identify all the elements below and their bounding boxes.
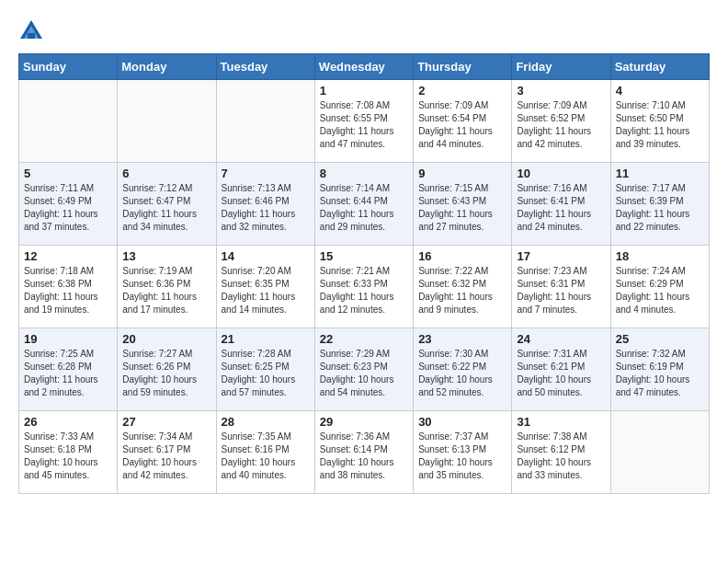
day-info: Sunrise: 7:28 AM Sunset: 6:25 PM Dayligh… <box>222 348 310 399</box>
day-number: 2 <box>418 84 506 98</box>
day-cell: 14Sunrise: 7:20 AM Sunset: 6:35 PM Dayli… <box>216 246 314 328</box>
week-row-1: 1Sunrise: 7:08 AM Sunset: 6:55 PM Daylig… <box>19 80 710 163</box>
day-info: Sunrise: 7:19 AM Sunset: 6:36 PM Dayligh… <box>122 265 210 316</box>
day-number: 3 <box>517 84 605 98</box>
day-info: Sunrise: 7:11 AM Sunset: 6:49 PM Dayligh… <box>24 182 112 234</box>
day-info: Sunrise: 7:14 AM Sunset: 6:44 PM Dayligh… <box>320 182 408 234</box>
day-info: Sunrise: 7:17 AM Sunset: 6:39 PM Dayligh… <box>616 182 704 234</box>
svg-rect-2 <box>28 33 35 39</box>
day-info: Sunrise: 7:37 AM Sunset: 6:13 PM Dayligh… <box>418 431 506 482</box>
day-cell: 30Sunrise: 7:37 AM Sunset: 6:13 PM Dayli… <box>414 411 512 494</box>
day-info: Sunrise: 7:20 AM Sunset: 6:35 PM Dayligh… <box>222 265 310 316</box>
day-info: Sunrise: 7:35 AM Sunset: 6:16 PM Dayligh… <box>222 431 310 482</box>
week-row-4: 19Sunrise: 7:25 AM Sunset: 6:28 PM Dayli… <box>19 328 710 411</box>
day-cell: 12Sunrise: 7:18 AM Sunset: 6:38 PM Dayli… <box>19 246 118 328</box>
day-info: Sunrise: 7:32 AM Sunset: 6:19 PM Dayligh… <box>616 348 704 399</box>
day-info: Sunrise: 7:18 AM Sunset: 6:38 PM Dayligh… <box>24 265 112 316</box>
day-header-wednesday: Wednesday <box>314 54 413 80</box>
day-cell: 8Sunrise: 7:14 AM Sunset: 6:44 PM Daylig… <box>314 163 413 246</box>
day-cell: 9Sunrise: 7:15 AM Sunset: 6:43 PM Daylig… <box>414 163 512 246</box>
days-header-row: SundayMondayTuesdayWednesdayThursdayFrid… <box>19 54 710 80</box>
day-info: Sunrise: 7:12 AM Sunset: 6:47 PM Dayligh… <box>122 182 210 234</box>
day-number: 22 <box>320 332 408 346</box>
day-number: 10 <box>517 167 605 180</box>
day-info: Sunrise: 7:09 AM Sunset: 6:54 PM Dayligh… <box>418 99 506 151</box>
day-info: Sunrise: 7:30 AM Sunset: 6:22 PM Dayligh… <box>418 348 506 399</box>
day-number: 24 <box>517 332 605 346</box>
day-cell: 16Sunrise: 7:22 AM Sunset: 6:32 PM Dayli… <box>414 246 512 328</box>
day-header-monday: Monday <box>118 54 216 80</box>
day-cell: 23Sunrise: 7:30 AM Sunset: 6:22 PM Dayli… <box>414 328 512 411</box>
day-info: Sunrise: 7:08 AM Sunset: 6:55 PM Dayligh… <box>320 99 408 151</box>
day-number: 1 <box>320 84 408 98</box>
day-number: 11 <box>616 167 704 180</box>
day-number: 19 <box>24 332 112 346</box>
day-number: 14 <box>222 249 310 263</box>
day-cell: 13Sunrise: 7:19 AM Sunset: 6:36 PM Dayli… <box>118 246 216 328</box>
day-info: Sunrise: 7:36 AM Sunset: 6:14 PM Dayligh… <box>320 431 408 482</box>
day-cell <box>610 411 709 494</box>
day-cell: 10Sunrise: 7:16 AM Sunset: 6:41 PM Dayli… <box>512 163 610 246</box>
day-info: Sunrise: 7:16 AM Sunset: 6:41 PM Dayligh… <box>517 182 605 234</box>
day-number: 13 <box>122 249 210 263</box>
logo <box>18 18 48 44</box>
day-number: 30 <box>418 415 506 429</box>
day-number: 31 <box>517 415 605 429</box>
week-row-3: 12Sunrise: 7:18 AM Sunset: 6:38 PM Dayli… <box>19 246 710 328</box>
day-info: Sunrise: 7:25 AM Sunset: 6:28 PM Dayligh… <box>24 348 112 399</box>
day-header-sunday: Sunday <box>19 54 118 80</box>
day-cell: 19Sunrise: 7:25 AM Sunset: 6:28 PM Dayli… <box>19 328 118 411</box>
day-cell: 24Sunrise: 7:31 AM Sunset: 6:21 PM Dayli… <box>512 328 610 411</box>
day-header-friday: Friday <box>512 54 610 80</box>
day-info: Sunrise: 7:29 AM Sunset: 6:23 PM Dayligh… <box>320 348 408 399</box>
day-number: 9 <box>418 167 506 180</box>
day-number: 20 <box>122 332 210 346</box>
day-number: 23 <box>418 332 506 346</box>
day-number: 28 <box>222 415 310 429</box>
day-header-thursday: Thursday <box>414 54 512 80</box>
day-cell: 21Sunrise: 7:28 AM Sunset: 6:25 PM Dayli… <box>216 328 314 411</box>
day-cell: 29Sunrise: 7:36 AM Sunset: 6:14 PM Dayli… <box>314 411 413 494</box>
day-cell: 2Sunrise: 7:09 AM Sunset: 6:54 PM Daylig… <box>414 80 512 163</box>
day-cell: 28Sunrise: 7:35 AM Sunset: 6:16 PM Dayli… <box>216 411 314 494</box>
day-cell: 11Sunrise: 7:17 AM Sunset: 6:39 PM Dayli… <box>610 163 709 246</box>
week-row-2: 5Sunrise: 7:11 AM Sunset: 6:49 PM Daylig… <box>19 163 710 246</box>
day-cell: 4Sunrise: 7:10 AM Sunset: 6:50 PM Daylig… <box>610 80 709 163</box>
page-header <box>18 18 710 44</box>
calendar-table: SundayMondayTuesdayWednesdayThursdayFrid… <box>18 53 710 494</box>
day-number: 21 <box>222 332 310 346</box>
day-number: 17 <box>517 249 605 263</box>
day-info: Sunrise: 7:10 AM Sunset: 6:50 PM Dayligh… <box>616 99 704 151</box>
day-number: 7 <box>222 167 310 180</box>
day-number: 6 <box>122 167 210 180</box>
week-row-5: 26Sunrise: 7:33 AM Sunset: 6:18 PM Dayli… <box>19 411 710 494</box>
day-cell: 26Sunrise: 7:33 AM Sunset: 6:18 PM Dayli… <box>19 411 118 494</box>
day-number: 15 <box>320 249 408 263</box>
day-cell: 1Sunrise: 7:08 AM Sunset: 6:55 PM Daylig… <box>314 80 413 163</box>
day-cell <box>19 80 118 163</box>
day-info: Sunrise: 7:23 AM Sunset: 6:31 PM Dayligh… <box>517 265 605 316</box>
day-number: 5 <box>24 167 112 180</box>
day-cell: 20Sunrise: 7:27 AM Sunset: 6:26 PM Dayli… <box>118 328 216 411</box>
day-info: Sunrise: 7:15 AM Sunset: 6:43 PM Dayligh… <box>418 182 506 234</box>
day-number: 27 <box>122 415 210 429</box>
day-cell <box>118 80 216 163</box>
day-number: 8 <box>320 167 408 180</box>
day-cell: 6Sunrise: 7:12 AM Sunset: 6:47 PM Daylig… <box>118 163 216 246</box>
day-cell: 15Sunrise: 7:21 AM Sunset: 6:33 PM Dayli… <box>314 246 413 328</box>
day-header-tuesday: Tuesday <box>216 54 314 80</box>
day-number: 29 <box>320 415 408 429</box>
day-number: 18 <box>616 249 704 263</box>
day-number: 16 <box>418 249 506 263</box>
logo-icon <box>18 18 44 44</box>
day-cell: 25Sunrise: 7:32 AM Sunset: 6:19 PM Dayli… <box>610 328 709 411</box>
day-number: 25 <box>616 332 704 346</box>
day-number: 4 <box>616 84 704 98</box>
day-cell: 22Sunrise: 7:29 AM Sunset: 6:23 PM Dayli… <box>314 328 413 411</box>
day-number: 12 <box>24 249 112 263</box>
day-cell: 17Sunrise: 7:23 AM Sunset: 6:31 PM Dayli… <box>512 246 610 328</box>
day-cell: 5Sunrise: 7:11 AM Sunset: 6:49 PM Daylig… <box>19 163 118 246</box>
day-cell: 7Sunrise: 7:13 AM Sunset: 6:46 PM Daylig… <box>216 163 314 246</box>
day-info: Sunrise: 7:09 AM Sunset: 6:52 PM Dayligh… <box>517 99 605 151</box>
day-cell: 27Sunrise: 7:34 AM Sunset: 6:17 PM Dayli… <box>118 411 216 494</box>
